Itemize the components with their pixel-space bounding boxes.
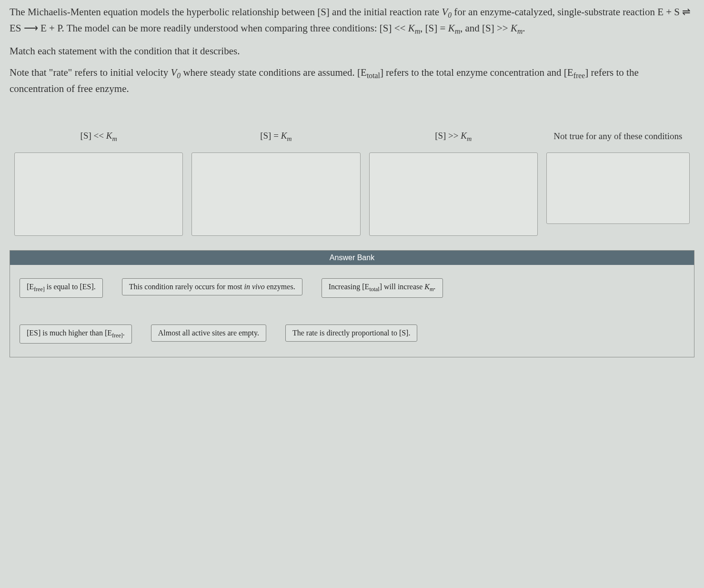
text-fragment: The Michaelis-Menten equation models the… — [10, 6, 442, 18]
question-text: The Michaelis-Menten equation models the… — [10, 5, 694, 96]
answer-bank-body: [Efree] is equal to [ES]. This condition… — [10, 265, 694, 356]
text-fragment: Note that "rate" refers to initial veloc… — [10, 67, 171, 78]
drop-zone-1[interactable] — [14, 152, 183, 236]
m-sub: m — [467, 134, 472, 142]
text-fragment: enzymes. — [265, 283, 295, 291]
answer-tile-1[interactable]: [Efree] is equal to [ES]. — [20, 278, 103, 297]
m-sub: m — [287, 134, 292, 142]
text-fragment: Increasing [E — [329, 283, 370, 291]
answer-tile-2[interactable]: This condition rarely occurs for most in… — [122, 278, 302, 295]
text-fragment: This condition rarely occurs for most — [129, 283, 244, 291]
drop-zone-col-2: [S] = Km — [191, 125, 360, 236]
question-paragraph-3: Note that "rate" refers to initial veloc… — [10, 65, 694, 96]
answer-tile-4[interactable]: [ES] is much higher than [Efree]. — [20, 324, 132, 344]
answer-bank-header: Answer Bank — [10, 251, 694, 265]
drop-zone-label-1: [S] << Km — [80, 125, 117, 148]
answer-bank: Answer Bank [Efree] is equal to [ES]. Th… — [10, 250, 694, 357]
answer-tile-6[interactable]: The rate is directly proportional to [S]… — [285, 324, 417, 342]
free-sub: free — [573, 71, 585, 80]
k-letter: K — [281, 131, 287, 141]
drop-zone-label-3: [S] >> Km — [435, 125, 472, 148]
drop-zone-label-4: Not true for any of these conditions — [553, 125, 682, 148]
total-sub: total — [367, 71, 380, 80]
m-sub: m — [455, 27, 460, 35]
m-sub: m — [430, 286, 434, 293]
answer-tile-3[interactable]: Increasing [Etotal] will increase Km. — [322, 278, 443, 297]
text-fragment: [E — [27, 283, 34, 291]
free-sub: free] — [34, 286, 45, 293]
text-fragment: [S] = — [260, 131, 281, 141]
text-fragment: where steady state conditions are assume… — [181, 67, 367, 78]
answer-tile-5[interactable]: Almost all active sites are empty. — [151, 324, 266, 342]
drop-zone-label-2: [S] = Km — [260, 125, 292, 148]
text-fragment: is equal to [ES]. — [45, 283, 96, 291]
zero-sub: 0 — [177, 71, 181, 80]
km-symbol: Km — [511, 22, 523, 34]
k-letter: K — [106, 131, 112, 141]
km-symbol: Km — [408, 22, 420, 34]
km-symbol: Km. — [424, 283, 435, 291]
v-letter: V — [171, 67, 177, 78]
v-letter: V — [442, 6, 448, 18]
drop-zone-col-4: Not true for any of these conditions — [546, 125, 690, 236]
m-sub: m — [112, 134, 117, 142]
text-fragment: , and [S] >> — [460, 22, 511, 34]
zero-sub: 0 — [448, 11, 452, 19]
question-paragraph-1: The Michaelis-Menten equation models the… — [10, 5, 694, 37]
k-letter: K — [511, 22, 517, 34]
text-fragment: [ES] is much higher than [E — [27, 329, 112, 337]
text-fragment: . — [523, 22, 525, 34]
drop-zones-row: [S] << Km [S] = Km [S] >> Km Not true fo… — [10, 125, 694, 236]
k-letter: K — [448, 22, 455, 34]
text-fragment: ] refers to the total enzyme concentrati… — [380, 67, 573, 78]
km-symbol: Km — [106, 131, 117, 141]
drop-zone-col-1: [S] << Km — [14, 125, 183, 236]
k-letter: K — [408, 22, 415, 34]
drop-zone-2[interactable] — [191, 152, 360, 236]
total-sub: total — [369, 286, 379, 293]
m-sub: m — [415, 27, 420, 35]
text-fragment: will increase — [382, 283, 424, 291]
k-letter: K — [461, 131, 467, 141]
km-symbol: Km — [281, 131, 292, 141]
text-fragment: [S] >> — [435, 131, 461, 141]
m-sub: m — [517, 27, 523, 35]
italic-text: in vivo — [244, 283, 265, 291]
k-letter: K — [424, 283, 430, 291]
free-sub: free] — [112, 332, 123, 339]
km-symbol: Km — [461, 131, 472, 141]
v0-symbol: V0 — [442, 6, 452, 18]
km-symbol: Km — [448, 22, 460, 34]
drop-zone-col-3: [S] >> Km — [369, 125, 538, 236]
question-paragraph-2: Match each statement with the condition … — [10, 44, 694, 59]
text-fragment: , [S] = — [420, 22, 448, 34]
v0-symbol: V0 — [171, 67, 181, 78]
drop-zone-3[interactable] — [369, 152, 538, 236]
text-fragment: . — [123, 329, 125, 337]
drop-zone-4[interactable] — [546, 152, 690, 224]
text-fragment: [S] << — [80, 131, 106, 141]
